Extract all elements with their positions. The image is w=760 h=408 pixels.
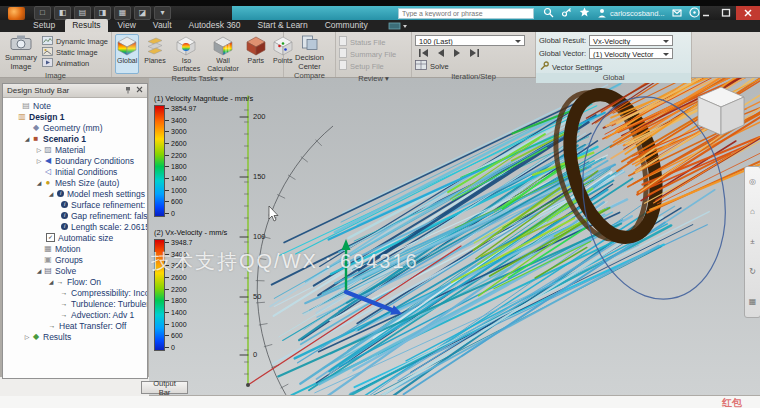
new-file-icon[interactable]: □	[34, 6, 51, 20]
last-iteration-icon[interactable]	[468, 48, 481, 58]
iso-surfaces-button[interactable]: Iso Surfaces	[171, 34, 203, 74]
group-label-iteration: Iteration/Step	[412, 72, 535, 82]
checkbox-icon[interactable]: ✓	[46, 233, 55, 242]
tree-item-compressibility[interactable]: →Compressibility: Incompr...	[3, 287, 147, 298]
tree-item-flow[interactable]: ◢→Flow: On	[3, 276, 147, 287]
ribbon-group-image: Summary Image Dynamic Image Static Image…	[0, 32, 112, 77]
open-file-icon[interactable]: ◧	[54, 6, 71, 20]
groups-icon: ▣	[43, 255, 53, 264]
solve-button[interactable]: Solve	[415, 60, 525, 72]
legend-vx-velocity[interactable]: (2) Vx-Velocity - mm/s 3948.7 3400 3000 …	[154, 228, 227, 351]
infocenter-bar: carloscosband...	[232, 6, 700, 20]
group-label-review[interactable]: Review ▾	[336, 74, 411, 84]
pan-icon[interactable]: ⌂	[750, 208, 755, 216]
maximize-button[interactable]	[716, 6, 736, 20]
tree-item-scenario-1[interactable]: ◢■Scenario 1	[3, 133, 147, 144]
tab-view[interactable]: View	[111, 19, 143, 32]
tab-community[interactable]: Community	[318, 19, 375, 32]
tree-item-groups[interactable]: ▣Groups	[3, 254, 147, 265]
tree-item-design-1[interactable]: ▥Design 1	[3, 111, 147, 122]
tree-item-solve[interactable]: ◢▤Solve	[3, 265, 147, 276]
orbit-icon[interactable]: ↻	[749, 268, 756, 276]
planes-button[interactable]: Planes	[142, 34, 167, 74]
view-cube[interactable]	[695, 84, 747, 146]
minimize-button[interactable]	[696, 6, 716, 20]
tree-item-note[interactable]: ▤Note	[3, 100, 147, 111]
dynamic-image-icon	[42, 36, 53, 47]
zoom-icon[interactable]: ±	[750, 238, 754, 246]
group-label-results-tasks[interactable]: Results Tasks ▾	[112, 74, 283, 84]
global-vector-select[interactable]: (1) Velocity Vector	[589, 48, 673, 59]
tab-results[interactable]: Results	[65, 19, 107, 32]
note-icon: ▤	[21, 101, 31, 110]
watermark-text: 技术支持QQ/WX：694316	[151, 248, 419, 275]
pin-icon[interactable]	[124, 86, 132, 96]
quick-access-toolbar: □ ◧ ▤ ◨ ▦ ◪ ▾	[34, 6, 171, 20]
boundary-conditions-icon: ◀	[43, 156, 53, 165]
flow-arrow-icon: →	[59, 311, 69, 318]
bottom-strip: 红包	[0, 396, 760, 408]
tree-item-mesh-size[interactable]: ◢●Mesh Size (auto)	[3, 177, 147, 188]
global-cube-icon	[117, 36, 137, 57]
tree-item-results[interactable]: ▷◆Results	[3, 331, 147, 342]
tree-item-length-scale[interactable]: iLength scale: 2.06155	[3, 221, 147, 232]
global-result-select[interactable]: Vx-Velocity	[589, 35, 673, 46]
tree-item-geometry[interactable]: ◆Geometry (mm)	[3, 122, 147, 133]
close-button[interactable]	[736, 6, 760, 20]
tree-item-turbulence[interactable]: →Turbulence: Turbulence	[3, 298, 147, 309]
vector-settings-button[interactable]: Vector Settings	[539, 61, 673, 73]
window-buttons	[696, 6, 760, 20]
tab-start-learn[interactable]: Start & Learn	[251, 19, 315, 32]
group-label-image: Image	[0, 71, 111, 81]
iso-surfaces-icon	[176, 36, 196, 57]
tab-autodesk-360[interactable]: Autodesk 360	[182, 19, 248, 32]
look-icon[interactable]: ▦	[749, 298, 757, 306]
app-icon[interactable]	[8, 7, 25, 20]
iteration-select[interactable]: 100 (Last)	[415, 35, 525, 46]
animation-button[interactable]: Animation	[42, 58, 108, 69]
save-icon[interactable]: ▤	[74, 6, 91, 20]
first-iteration-icon[interactable]	[417, 48, 430, 58]
mesh-icon: ●	[43, 178, 53, 187]
infocenter-toggle-icon[interactable]	[388, 22, 408, 32]
output-bar-button[interactable]: Output Bar	[141, 381, 188, 394]
previous-iteration-icon[interactable]	[434, 48, 447, 58]
next-iteration-icon[interactable]	[451, 48, 464, 58]
status-file-button[interactable]: Status File	[339, 36, 396, 48]
decision-center-button[interactable]: Decision Center	[287, 34, 332, 71]
ribbon-empty-space	[692, 32, 760, 77]
tab-vault[interactable]: Vault	[146, 19, 179, 32]
steering-wheel-icon[interactable]: ◎	[749, 178, 756, 186]
tree-item-model-mesh-settings[interactable]: ◢iModel mesh settings	[3, 188, 147, 199]
tree-item-boundary-conditions[interactable]: ▷◀Boundary Conditions	[3, 155, 147, 166]
tree-item-material[interactable]: ▷▨Material	[3, 144, 147, 155]
qat-dropdown-icon[interactable]: ▾	[154, 6, 171, 20]
legend-velocity-magnitude[interactable]: (1) Velocity Magnitude - mm/s 3854.97 34…	[154, 94, 253, 217]
signed-in-user[interactable]: carloscosband...	[597, 8, 665, 18]
wrench-icon	[539, 61, 549, 73]
tree-item-automatic-size[interactable]: ✓Automatic size	[3, 232, 147, 243]
ribbon-tab-bar: Setup Results View Vault Autodesk 360 St…	[0, 20, 760, 32]
viewport[interactable]: (1) Velocity Magnitude - mm/s 3854.97 34…	[149, 78, 760, 395]
tree-item-heat-transfer[interactable]: →Heat Transfer: Off	[3, 320, 147, 331]
global-results-button[interactable]: Global	[115, 34, 139, 74]
panel-close-icon[interactable]	[136, 86, 143, 95]
tree-item-gap-refinement[interactable]: iGap refinement: false	[3, 210, 147, 221]
search-input[interactable]	[398, 8, 534, 19]
import-icon[interactable]: ◨	[94, 6, 111, 20]
static-image-button[interactable]: Static Image	[42, 47, 108, 58]
tree-item-initial-conditions[interactable]: ◁Initial Conditions	[3, 166, 147, 177]
setup-file-button[interactable]: Setup File	[339, 60, 396, 72]
summary-image-button[interactable]: Summary Image	[3, 34, 39, 71]
material-icon: ▨	[43, 145, 53, 154]
print-icon[interactable]: ◪	[134, 6, 151, 20]
tab-setup[interactable]: Setup	[26, 19, 62, 32]
tree-item-surface-refinement[interactable]: iSurface refinement: false	[3, 199, 147, 210]
summary-file-button[interactable]: Summary File	[339, 48, 396, 60]
tree-item-advection[interactable]: →Advection: Adv 1	[3, 309, 147, 320]
wall-calculator-button[interactable]: Wall Calculator	[205, 34, 241, 74]
dynamic-image-button[interactable]: Dynamic Image	[42, 36, 108, 47]
export-icon[interactable]: ▦	[114, 6, 131, 20]
tree-item-motion[interactable]: ▦Motion	[3, 243, 147, 254]
parts-button[interactable]: Parts	[244, 34, 268, 74]
